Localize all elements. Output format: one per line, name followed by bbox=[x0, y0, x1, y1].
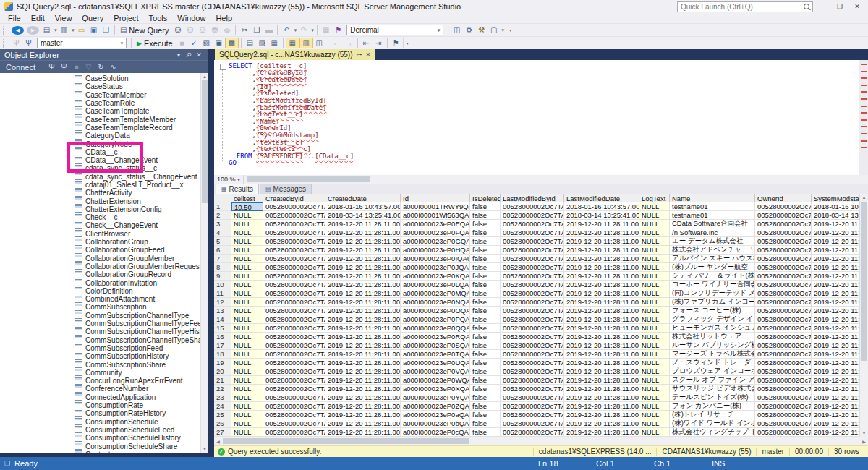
tree-item-consumptionschedule[interactable]: ConsumptionSchedule bbox=[0, 417, 208, 425]
grid-cell[interactable]: NULL bbox=[231, 220, 263, 228]
menu-project[interactable]: Project bbox=[109, 13, 143, 23]
grid-cell[interactable]: false bbox=[470, 376, 501, 385]
grid-cell[interactable]: 00528000002Oc7TA... bbox=[263, 393, 326, 402]
grid-cell[interactable]: 00528000002Oc7TA... bbox=[501, 202, 564, 211]
refresh-icon[interactable]: ↻ bbox=[95, 61, 107, 72]
grid-cell[interactable]: false bbox=[470, 220, 501, 228]
grid-cell[interactable]: NULL bbox=[639, 237, 670, 246]
save-all-icon[interactable]: ❐ bbox=[100, 25, 112, 35]
tree-item-collaborationinvitation[interactable]: CollaborationInvitation bbox=[0, 278, 208, 286]
integration-query-icon[interactable]: ⛂ bbox=[221, 25, 233, 35]
disconnect-icon[interactable]: Ψ bbox=[46, 61, 58, 72]
grid-cell[interactable]: 00528000002Oc7TA... bbox=[263, 281, 326, 289]
grid-cell[interactable]: 2019-12-20 11:28:11.0000000 bbox=[326, 428, 401, 437]
grid-hscrollbar[interactable]: ◀ ▶ bbox=[214, 437, 868, 445]
grid-cell[interactable]: エー データム株式会社 bbox=[670, 237, 755, 246]
grid-cell[interactable]: 00528000002Oc7TA... bbox=[501, 428, 564, 437]
results-to-grid-icon[interactable]: ▦ bbox=[286, 38, 299, 48]
grid-cell[interactable]: 00528000002Oc7TA... bbox=[263, 237, 326, 246]
filter-icon[interactable]: ▽ bbox=[82, 61, 95, 72]
grid-cell[interactable]: コーホー ワイナリー合同会社 bbox=[670, 281, 755, 289]
grid-cell[interactable]: 00528000002Oc7TA... bbox=[755, 411, 812, 419]
debug-icon[interactable]: ⚑ bbox=[390, 38, 402, 48]
back-icon[interactable]: ◀ bbox=[12, 26, 24, 35]
grid-cell[interactable]: a000I000023eP0UQAU bbox=[401, 359, 470, 367]
grid-cell[interactable]: 00528000002Oc7TA... bbox=[263, 367, 326, 376]
grid-cell[interactable]: 00528000002Oc7TA... bbox=[501, 315, 564, 324]
close-button[interactable]: ✕ bbox=[849, 1, 865, 12]
tree-item-caseteamtemplatemember[interactable]: CaseTeamTemplateMember bbox=[0, 115, 208, 123]
grid-cell[interactable]: 00528000002Oc7TA... bbox=[755, 237, 812, 246]
outdent-icon[interactable]: ⇤ bbox=[360, 38, 373, 48]
tree-item-concurlongrunapexerrevent[interactable]: ConcurLongRunApexErrEvent bbox=[0, 377, 208, 385]
grid-cell[interactable]: NULL bbox=[231, 237, 263, 246]
grid-cell[interactable]: 00528000002Oc7TA... bbox=[263, 263, 326, 272]
grid-cell[interactable]: アルパイン スキー ハウス株式会社 bbox=[670, 255, 755, 263]
grid-cell[interactable]: false bbox=[470, 385, 501, 393]
grid-cell[interactable]: (株)トレイ リサーチ bbox=[670, 411, 755, 419]
grid-cell[interactable]: 00528000002Oc7TA... bbox=[501, 402, 564, 411]
grid-cell[interactable]: NULL bbox=[639, 419, 670, 428]
grid-cell[interactable]: 2019-12-20 11:28:11.0000000 bbox=[564, 428, 639, 437]
undo-icon[interactable]: ↶ bbox=[280, 25, 292, 35]
grid-cell[interactable]: 2019-12-20 11:28:11.0000000 bbox=[564, 237, 639, 246]
uncomment-icon[interactable]: ¬ bbox=[343, 38, 355, 48]
tree-item-colordefinition[interactable]: ColorDefinition bbox=[0, 287, 208, 295]
grid-cell[interactable]: 2019-12-20 11:28:11.0000000 bbox=[812, 350, 859, 359]
row-number[interactable]: 7 bbox=[214, 255, 231, 263]
grid-cell[interactable]: NULL bbox=[231, 350, 263, 359]
query-options-icon[interactable]: ▣ bbox=[213, 38, 225, 48]
grid-cell[interactable]: 2019-12-20 11:28:11.0000000 bbox=[564, 315, 639, 324]
registered-servers-icon[interactable]: ◫ bbox=[451, 25, 463, 35]
grid-cell[interactable]: 00528000002Oc7TA... bbox=[755, 428, 812, 437]
window-position-icon[interactable]: ▾ bbox=[174, 51, 184, 59]
tree-item-categorydata[interactable]: CategoryData bbox=[0, 132, 208, 140]
grid-cell[interactable]: 00528000002Oc7TA... bbox=[263, 228, 326, 237]
grid-cell[interactable]: a000I000023eP0GQAU bbox=[401, 237, 470, 246]
tree-item-caseteamtemplaterecord[interactable]: CaseTeamTemplateRecord bbox=[0, 124, 208, 132]
grid-cell[interactable]: NULL bbox=[639, 367, 670, 376]
results-to-file-icon[interactable]: ◫ bbox=[313, 38, 326, 48]
grid-cell[interactable]: 00528000002Oc7TA... bbox=[263, 324, 326, 333]
grid-cell[interactable]: NULL bbox=[639, 228, 670, 237]
tree-item-collaborationgrouprecord[interactable]: CollaborationGroupRecord bbox=[0, 270, 208, 278]
grid-cell[interactable]: 00528000002Oc7TA... bbox=[755, 419, 812, 428]
grid-cell[interactable]: NULL bbox=[231, 411, 263, 419]
grid-cell[interactable]: 00528000002Oc7TA... bbox=[263, 411, 326, 419]
grid-cell[interactable]: (株)ワイド ワールド インポーターズ bbox=[670, 419, 755, 428]
grid-cell[interactable]: 2019-12-20 11:28:11.0000000 bbox=[326, 324, 401, 333]
grid-cell[interactable]: 00528000002Oc7TA... bbox=[263, 341, 326, 350]
tree-item-consumptionschedulehistory[interactable]: ConsumptionScheduleHistory bbox=[0, 434, 208, 442]
grid-cell[interactable]: NULL bbox=[231, 393, 263, 402]
grid-cell[interactable]: a000I000023eP0bQAE bbox=[401, 419, 470, 428]
collapse-icon[interactable]: – bbox=[220, 64, 226, 70]
actual-plan-icon[interactable]: ▦ bbox=[268, 38, 281, 48]
grid-cell[interactable]: a000I000023eP0cQAE bbox=[401, 428, 470, 437]
grid-cell[interactable]: a000I000023eP0XQAU bbox=[401, 385, 470, 393]
tree-item-clientbrowser[interactable]: ClientBrowser bbox=[0, 230, 208, 238]
grid-cell[interactable]: 00528000002Oc7TA... bbox=[263, 220, 326, 228]
grid-cell[interactable]: 00528000002Oc7TA... bbox=[501, 220, 564, 228]
sql-code[interactable]: SELECT [ceiltest__c] ,[CreatedById] ,[Cr… bbox=[229, 60, 859, 175]
cut-icon[interactable]: ✂ bbox=[238, 25, 250, 35]
connect-icon[interactable]: Ψ bbox=[10, 38, 22, 48]
restore-button[interactable]: ❐ bbox=[832, 1, 848, 12]
row-number[interactable]: 1 bbox=[214, 202, 231, 211]
intellisense-icon[interactable]: ▩ bbox=[225, 38, 239, 48]
tree-item-contact[interactable]: Contact bbox=[0, 450, 208, 453]
grid-cell[interactable]: NULL bbox=[231, 255, 263, 263]
grid-cell[interactable]: CData Software合同会社 bbox=[670, 220, 755, 228]
grid-cell[interactable]: フォース コーヒー(株) bbox=[670, 307, 755, 315]
tree-item-connectedapplication[interactable]: ConnectedApplication bbox=[0, 393, 208, 401]
grid-cell[interactable]: NULL bbox=[231, 419, 263, 428]
tree-item-consumptionratehistory[interactable]: ConsumptionRateHistory bbox=[0, 409, 208, 417]
grid-cell[interactable]: 2019-12-20 11:28:11.0000000 bbox=[326, 307, 401, 315]
sql-editor[interactable]: – SELECT [ceiltest__c] ,[CreatedById] ,[… bbox=[214, 60, 868, 175]
grid-cell[interactable]: false bbox=[470, 307, 501, 315]
grid-cell[interactable]: 2019-12-20 11:28:11.0000000 bbox=[326, 237, 401, 246]
grid-cell[interactable]: NULL bbox=[231, 307, 263, 315]
row-number[interactable]: 23 bbox=[214, 393, 231, 402]
panel-splitter[interactable] bbox=[208, 49, 214, 457]
grid-cell[interactable]: a000I000023eP0LQAU bbox=[401, 281, 470, 289]
grid-cell[interactable]: 00528000002Oc7TA... bbox=[755, 246, 812, 255]
